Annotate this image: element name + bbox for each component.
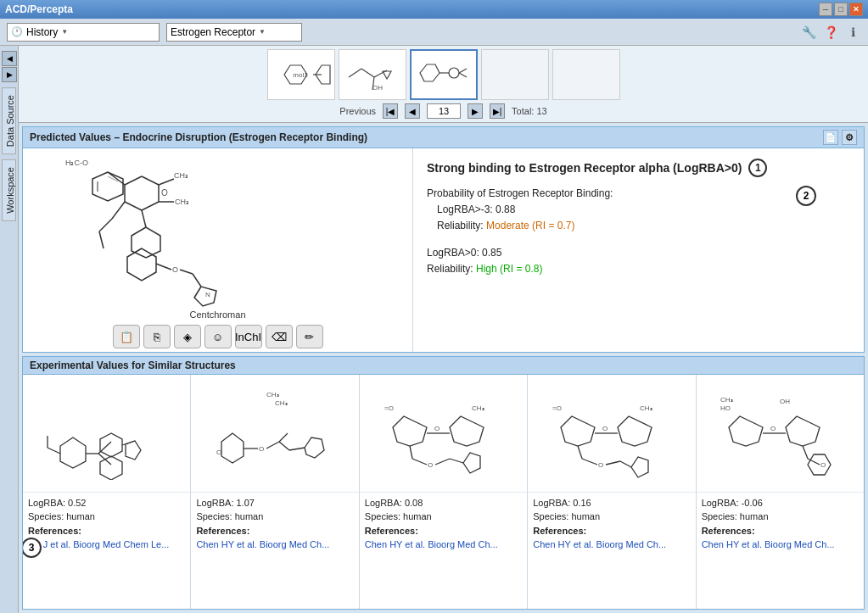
mol-thumb-4[interactable] — [481, 49, 549, 100]
svg-line-18 — [142, 176, 159, 185]
svg-line-70 — [410, 446, 412, 459]
svg-text:=O: =O — [384, 404, 394, 412]
logrba-2: LogRBA: 1.07 — [196, 496, 353, 510]
data-source-tab[interactable]: Data Source — [2, 87, 16, 154]
current-compound-input[interactable] — [427, 103, 461, 119]
svg-line-5 — [361, 69, 374, 77]
estrogen-dropdown[interactable]: Estrogen Receptor ▼ — [166, 23, 302, 42]
svg-text:N: N — [205, 291, 210, 298]
exp-mol-2[interactable]: CH₃ CH₃ O O — [191, 375, 358, 493]
logrba2-value: LogRBA>0: 0.85 — [427, 245, 850, 261]
svg-text:CH₃: CH₃ — [266, 391, 279, 398]
maximize-button[interactable]: □ — [834, 3, 848, 16]
svg-text:O: O — [216, 449, 221, 456]
copy-smiles-btn[interactable]: ⎘ — [143, 325, 171, 348]
nav-first-btn[interactable]: |◀ — [383, 103, 398, 119]
ref-value-2[interactable]: Chen HY et al. Bioorg Med Ch... — [196, 538, 353, 552]
svg-line-62 — [289, 448, 305, 450]
mol-thumb-3[interactable] — [410, 49, 478, 100]
exp-mol-1[interactable] — [23, 375, 190, 493]
history-dropdown-arrow: ▼ — [61, 28, 68, 36]
svg-marker-36 — [127, 248, 156, 281]
3d-btn[interactable]: ◈ — [174, 325, 201, 348]
svg-line-40 — [193, 274, 201, 287]
exp-mol-4[interactable]: =O CH₃ O O — [528, 375, 695, 493]
settings-icon[interactable]: ⚙ — [842, 130, 857, 145]
copy-mol-btn[interactable]: 📋 — [113, 325, 140, 348]
exp-data-2: LogRBA: 1.07 Species: human References: … — [191, 493, 358, 610]
ref-label-3: References: — [365, 526, 418, 536]
ref-value-4[interactable]: Chen HY et al. Bioorg Med Ch... — [533, 538, 690, 552]
mol-thumb-5[interactable] — [552, 49, 620, 100]
exp-mol-5[interactable]: CH₃ HO OH O O — [697, 375, 864, 493]
svg-text:O: O — [434, 425, 440, 432]
svg-text:CH₃: CH₃ — [174, 171, 188, 180]
reliability1-label: Reliability: — [437, 220, 484, 231]
mol-thumb-2[interactable]: OH — [339, 49, 406, 100]
help-icon[interactable]: ❓ — [822, 24, 839, 41]
svg-text:O: O — [602, 425, 608, 432]
species-1: Species: human — [28, 510, 185, 524]
ref-value-5[interactable]: Chen HY et al. Bioorg Med Ch... — [702, 538, 859, 552]
exp-mol-3[interactable]: =O CH₃ O O — [360, 375, 527, 493]
svg-line-85 — [606, 461, 620, 465]
svg-marker-66 — [393, 416, 427, 446]
svg-marker-67 — [450, 416, 484, 446]
svg-text:CH₃: CH₃ — [640, 404, 652, 412]
svg-text:O: O — [598, 461, 603, 469]
exp-col-1: LogRBA: 0.52 Species: human References: … — [23, 375, 191, 609]
svg-marker-43 — [60, 437, 86, 468]
edit-btn[interactable]: ✏ — [296, 325, 323, 348]
pdf-icon[interactable]: 📄 — [823, 130, 838, 145]
logrba-5: LogRBA: -0.06 — [702, 496, 859, 510]
content-area: mol1 OH — [19, 46, 868, 613]
mol-thumb-1[interactable]: mol1 — [267, 49, 335, 100]
svg-text:HO: HO — [720, 404, 731, 412]
predicted-panel-header: Predicted Values – Endocrine Disruption … — [23, 127, 864, 148]
close-button[interactable]: ✕ — [849, 3, 863, 16]
svg-line-35 — [99, 231, 104, 248]
experimental-section: Experimental Values for Similar Structur… — [22, 356, 865, 610]
svg-text:O: O — [770, 425, 776, 432]
inchi-btn[interactable]: InChI — [235, 325, 262, 348]
exp-col-5: CH₃ HO OH O O — [697, 375, 864, 609]
smiley-btn[interactable]: ☺ — [204, 325, 232, 348]
experimental-header: Experimental Values for Similar Structur… — [23, 357, 864, 375]
wrench-icon[interactable]: 🔧 — [800, 24, 817, 41]
eraser-btn[interactable]: ⌫ — [266, 325, 293, 348]
svg-line-73 — [435, 459, 450, 465]
main-area: ◀ ▶ Data Source Workspace mol1 — [0, 46, 868, 613]
svg-line-37 — [156, 264, 171, 270]
molecule-display: H₃C-O CH₃ — [23, 148, 413, 352]
results-panel: Strong binding to Estrogen Receptor alph… — [413, 148, 864, 352]
info-icon[interactable]: ℹ — [844, 24, 861, 41]
minimize-button[interactable]: ─ — [819, 3, 832, 16]
svg-text:O: O — [161, 188, 168, 198]
sidebar-next-btn[interactable]: ▶ — [2, 67, 17, 82]
svg-line-86 — [620, 461, 631, 467]
svg-text:CH₃: CH₃ — [175, 198, 189, 206]
svg-text:H₃C-O: H₃C-O — [65, 159, 88, 167]
svg-marker-90 — [729, 416, 763, 446]
nav-next-btn[interactable]: ▶ — [468, 103, 483, 119]
molecule-thumbnails: mol1 OH — [267, 49, 620, 100]
svg-text:O: O — [259, 445, 264, 453]
nav-last-btn[interactable]: ▶| — [490, 103, 505, 119]
ref-label-5: References: — [702, 526, 755, 536]
species-3: Species: human — [365, 510, 522, 524]
exp-col-3: =O CH₃ O O — [360, 375, 528, 609]
title-bar: ACD/Percepta ─ □ ✕ — [0, 0, 868, 19]
ref-value-1[interactable]: Liu J et al. Bioorg Med Chem Le... — [28, 538, 185, 552]
history-dropdown[interactable]: 🕐 History ▼ — [7, 23, 160, 42]
svg-marker-87 — [631, 457, 648, 477]
svg-line-20 — [142, 202, 159, 210]
svg-line-13 — [459, 69, 467, 73]
svg-text:=O: =O — [552, 404, 562, 412]
ref-value-3[interactable]: Chen HY et al. Bioorg Med Ch... — [365, 538, 522, 552]
species-4: Species: human — [533, 510, 690, 524]
svg-marker-52 — [126, 441, 141, 460]
molecule-svg-area: H₃C-O CH₃ — [30, 155, 406, 308]
workspace-tab[interactable]: Workspace — [2, 159, 16, 221]
sidebar-prev-btn[interactable]: ◀ — [2, 51, 17, 66]
nav-prev-btn[interactable]: ◀ — [405, 103, 420, 119]
